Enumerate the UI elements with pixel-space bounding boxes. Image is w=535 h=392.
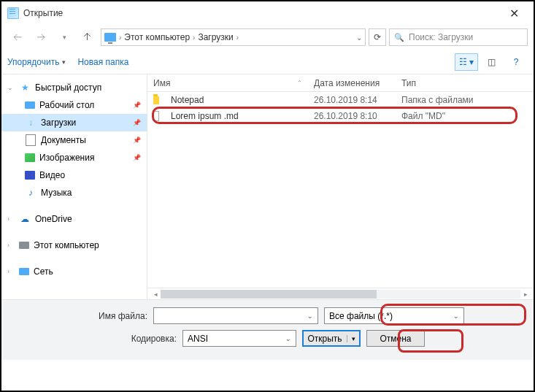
navbar: 🡠 🡢 ▾ 🡡 › Этот компьютер › Загрузки › ⌄ … [1,25,534,50]
toolbar: Упорядочить ▾ Новая папка ☷ ▾ ◫ ? [1,50,534,74]
videos-icon [25,171,35,180]
filetype-select[interactable]: Все файлы (*.*) ⌄ [324,307,464,324]
column-date[interactable]: Дата изменения [308,78,396,88]
music-icon: ♪ [25,187,36,199]
chevron-down-icon[interactable]: ⌄ [307,312,313,320]
filename-label: Имя файла: [12,311,147,321]
file-row-file[interactable]: Lorem ipsum .md 26.10.2019 8:10 Файл "MD… [147,108,534,124]
chevron-right-icon: › [7,268,15,275]
new-folder-button[interactable]: Новая папка [77,57,128,67]
view-options-button[interactable]: ☷ ▾ [455,53,478,71]
breadcrumb-pc[interactable]: Этот компьютер [124,32,190,42]
star-icon: ★ [19,82,31,93]
breadcrumb[interactable]: › Этот компьютер › Загрузки › ⌄ [101,28,366,46]
pc-icon [104,33,116,42]
pictures-icon [25,153,35,162]
pc-icon [19,242,29,249]
scroll-left-icon[interactable]: ◂ [150,291,161,298]
content-area: ⌄ ★ Быстрый доступ Рабочий стол 📌 ↓ Загр… [1,74,534,299]
breadcrumb-downloads[interactable]: Загрузки [198,32,233,42]
pin-icon: 📌 [133,101,141,109]
file-list: Имя ⌃ Дата изменения Тип Notepad 26.10.2… [147,74,534,299]
notepad-icon [7,7,19,19]
column-name[interactable]: Имя ⌃ [147,78,308,88]
breadcrumb-dropdown[interactable]: ⌄ [356,34,362,42]
desktop-icon [25,101,35,109]
horizontal-scrollbar[interactable]: ◂ ▸ [147,288,534,299]
encoding-label: Кодировка: [12,334,177,344]
sidebar-quick-access[interactable]: ⌄ ★ Быстрый доступ [1,79,147,96]
scroll-track[interactable] [161,290,520,299]
back-button[interactable]: 🡠 [7,28,28,46]
sidebar-desktop[interactable]: Рабочий стол 📌 [1,96,147,114]
sidebar-documents[interactable]: Документы 📌 [1,131,147,149]
open-button[interactable]: Открыть ▾ [302,330,361,347]
network-icon [19,268,29,275]
cloud-icon: ☁ [19,213,31,225]
help-button[interactable]: ? [504,53,528,71]
up-button[interactable]: 🡡 [77,28,98,46]
chevron-down-icon[interactable]: ⌄ [285,335,291,342]
search-placeholder: Поиск: Загрузки [409,32,473,42]
sidebar-videos[interactable]: Видео [1,166,147,184]
pin-icon: 📌 [133,137,141,144]
sidebar-onedrive[interactable]: › ☁ OneDrive [1,210,147,228]
chevron-down-icon[interactable]: ⌄ [453,312,459,320]
dialog-footer: Имя файла: ⌄ Все файлы (*.*) ⌄ Кодировка… [1,299,534,360]
recent-dropdown[interactable]: ▾ [54,28,74,46]
sidebar-pictures[interactable]: Изображения 📌 [1,149,147,166]
column-headers: Имя ⌃ Дата изменения Тип [147,74,534,92]
file-icon [153,111,159,121]
chevron-right-icon: › [119,34,121,42]
chevron-down-icon: ⌄ [7,84,15,91]
filename-input[interactable]: ⌄ [153,307,318,324]
chevron-right-icon: › [236,34,239,42]
document-icon [25,134,36,146]
encoding-select[interactable]: ANSI ⌄ [182,330,296,347]
chevron-right-icon: › [7,215,15,223]
sort-indicator-icon: ⌃ [297,80,302,86]
organize-menu[interactable]: Упорядочить ▾ [7,57,66,67]
cancel-button[interactable]: Отмена [366,330,425,347]
forward-button: 🡢 [31,28,51,46]
chevron-right-icon: › [193,34,195,42]
file-row-folder[interactable]: Notepad 26.10.2019 8:14 Папка с файлами [147,92,534,108]
scroll-right-icon[interactable]: ▸ [520,291,531,298]
split-dropdown-icon[interactable]: ▾ [347,335,355,342]
search-input[interactable]: 🔍 Поиск: Загрузки [389,28,528,46]
chevron-down-icon: ▾ [62,58,66,66]
search-icon: 🔍 [394,33,404,42]
window-title: Открытие [23,8,501,18]
pin-icon: 📌 [133,154,141,161]
download-icon: ↓ [25,117,36,128]
scroll-thumb[interactable] [161,290,377,299]
titlebar: Открытие ✕ [1,1,534,25]
folder-icon [153,96,159,104]
column-type[interactable]: Тип [396,78,520,88]
refresh-button[interactable]: ⟳ [369,28,386,46]
sidebar-network[interactable]: › Сеть [1,263,147,280]
sidebar: ⌄ ★ Быстрый доступ Рабочий стол 📌 ↓ Загр… [1,74,147,299]
preview-pane-button[interactable]: ◫ [480,53,503,71]
sidebar-music[interactable]: ♪ Музыка [1,184,147,201]
sidebar-downloads[interactable]: ↓ Загрузки 📌 [1,114,147,131]
pin-icon: 📌 [133,119,141,126]
chevron-right-icon: › [7,242,15,249]
close-button[interactable]: ✕ [501,4,528,23]
sidebar-this-pc[interactable]: › Этот компьютер [1,237,147,254]
